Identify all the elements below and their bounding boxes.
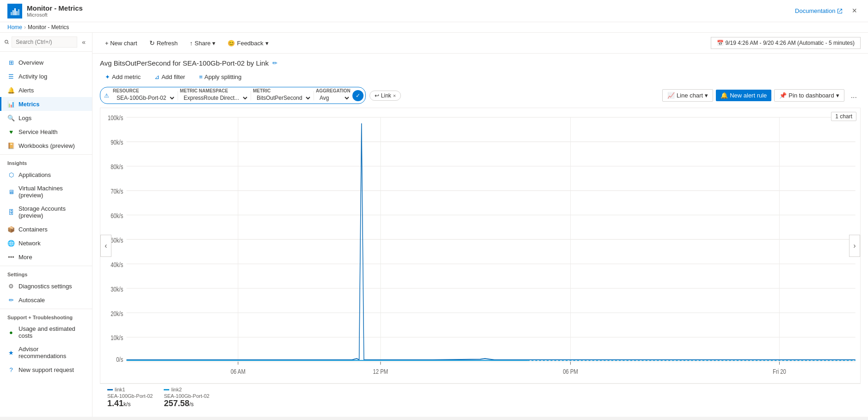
sidebar-item-diagnostics-label: Diagnostics settings bbox=[18, 283, 72, 290]
activity-log-icon: ☰ bbox=[7, 73, 15, 80]
sidebar-item-containers[interactable]: 📦 Containers bbox=[0, 222, 92, 236]
sidebar-item-network[interactable]: 🌐 Network bbox=[0, 236, 92, 250]
sidebar-item-autoscale[interactable]: ✏ Autoscale bbox=[0, 293, 92, 307]
chart-type-button[interactable]: 📈 Line chart ▾ bbox=[662, 89, 713, 102]
sidebar-item-service-health[interactable]: ♥ Service Health bbox=[0, 125, 92, 139]
legend-resource-link2: SEA-100Gb-Port-02 bbox=[164, 393, 209, 399]
svg-rect-3 bbox=[16, 11, 18, 15]
svg-text:90k/s: 90k/s bbox=[111, 139, 123, 146]
splitting-icon: ≡ bbox=[199, 73, 203, 80]
sidebar-item-storage-accounts[interactable]: 🗄 Storage Accounts (preview) bbox=[0, 202, 92, 222]
sidebar-divider-support bbox=[0, 309, 92, 309]
top-bar-left: Monitor - Metrics Microsoft bbox=[7, 4, 83, 18]
diagnostics-icon: ⚙ bbox=[7, 282, 15, 290]
sidebar-item-service-health-label: Service Health bbox=[18, 128, 58, 135]
namespace-select[interactable]: ExpressRoute Direct... bbox=[180, 93, 249, 103]
apply-splitting-button[interactable]: ≡ Apply splitting bbox=[194, 71, 246, 83]
svg-point-5 bbox=[5, 40, 8, 43]
feedback-chevron-icon: ▾ bbox=[265, 40, 269, 47]
alert-icon: 🔔 bbox=[720, 92, 728, 99]
svg-text:Fri 20: Fri 20 bbox=[773, 368, 786, 376]
add-filter-button[interactable]: ⊿ Add filter bbox=[149, 71, 190, 83]
documentation-link[interactable]: Documentation bbox=[795, 7, 843, 14]
sidebar: « ⊞ Overview ☰ Activity log 🔔 Alerts 📊 M… bbox=[0, 33, 92, 417]
sidebar-item-overview-label: Overview bbox=[18, 59, 43, 66]
breadcrumb-home[interactable]: Home bbox=[7, 24, 22, 30]
search-icon bbox=[5, 39, 9, 45]
main-content: + New chart ↻ Refresh ↑ Share ▾ 😊 Feedba… bbox=[92, 33, 868, 417]
svg-rect-1 bbox=[12, 10, 14, 15]
sidebar-divider-settings bbox=[0, 266, 92, 266]
svg-text:20k/s: 20k/s bbox=[111, 310, 123, 317]
add-metric-button[interactable]: ✦ Add metric bbox=[100, 71, 146, 83]
breadcrumb-separator: › bbox=[24, 24, 26, 30]
metric-select[interactable]: BitsOutPerSecond bbox=[253, 93, 312, 103]
more-options-button[interactable]: ... bbox=[847, 90, 861, 102]
svg-text:70k/s: 70k/s bbox=[111, 188, 123, 195]
close-button[interactable]: × bbox=[848, 4, 861, 18]
sidebar-item-workbooks[interactable]: 📔 Workbooks (preview) bbox=[0, 139, 92, 152]
workbooks-icon: 📔 bbox=[7, 142, 15, 149]
metric-divider-1 bbox=[178, 91, 178, 100]
metric-label: METRIC bbox=[253, 88, 312, 93]
legend-label-link2-name: link2 bbox=[171, 387, 182, 392]
support-request-icon: ? bbox=[7, 366, 15, 373]
sidebar-item-activity-log[interactable]: ☰ Activity log bbox=[0, 69, 92, 83]
monitor-icon bbox=[10, 6, 19, 16]
svg-text:100k/s: 100k/s bbox=[108, 114, 123, 122]
external-link-icon bbox=[837, 8, 843, 14]
sidebar-collapse-button[interactable]: « bbox=[80, 37, 87, 48]
new-chart-button[interactable]: + New chart bbox=[100, 37, 142, 49]
add-filter-icon: ⊿ bbox=[154, 73, 160, 80]
metric-controls: ✦ Add metric ⊿ Add filter ≡ Apply splitt… bbox=[100, 71, 861, 83]
sidebar-item-more-label: More bbox=[18, 254, 32, 261]
share-chevron-icon: ▾ bbox=[212, 40, 215, 47]
metric-confirm-button[interactable]: ✓ bbox=[352, 90, 363, 101]
sidebar-item-advisor-label: Advisor recommendations bbox=[18, 346, 85, 359]
sidebar-item-diagnostics[interactable]: ⚙ Diagnostics settings bbox=[0, 279, 92, 293]
sidebar-item-alerts[interactable]: 🔔 Alerts bbox=[0, 83, 92, 97]
share-button[interactable]: ↑ Share ▾ bbox=[185, 37, 221, 49]
sidebar-item-support-request[interactable]: ? New support request bbox=[0, 363, 92, 377]
sidebar-item-logs[interactable]: 🔍 Logs bbox=[0, 111, 92, 125]
aggregation-label: AGGREGATION bbox=[316, 88, 351, 93]
refresh-icon: ↻ bbox=[149, 39, 155, 47]
namespace-label: METRIC NAMESPACE bbox=[180, 88, 249, 93]
chart-title-edit-button[interactable]: ✏ bbox=[272, 60, 277, 67]
metric-divider-3 bbox=[314, 91, 314, 100]
feedback-button[interactable]: 😊 Feedback ▾ bbox=[222, 37, 273, 49]
sidebar-item-metrics[interactable]: 📊 Metrics bbox=[0, 97, 92, 111]
sidebar-item-more[interactable]: ••• More bbox=[0, 250, 92, 264]
app-icon bbox=[7, 4, 22, 18]
chart-prev-button[interactable]: ‹ bbox=[100, 235, 111, 257]
svg-text:50k/s: 50k/s bbox=[111, 236, 123, 244]
link-tag[interactable]: ↩ Link × bbox=[369, 91, 401, 101]
pin-dashboard-button[interactable]: 📌 Pin to dashboard ▾ bbox=[774, 89, 844, 102]
link-tag-close-button[interactable]: × bbox=[393, 93, 396, 98]
add-metric-icon: ✦ bbox=[105, 73, 110, 80]
aggregation-select[interactable]: Avg bbox=[316, 93, 351, 103]
svg-text:12 PM: 12 PM bbox=[373, 368, 388, 376]
legend-item-link1: link1 SEA-100Gb-Port-02 1.41k/s bbox=[107, 387, 153, 408]
logs-icon: 🔍 bbox=[7, 114, 15, 122]
svg-rect-0 bbox=[11, 12, 12, 15]
share-icon: ↑ bbox=[190, 40, 193, 47]
search-input[interactable] bbox=[12, 37, 77, 48]
sidebar-item-overview[interactable]: ⊞ Overview bbox=[0, 55, 92, 69]
time-range-picker[interactable]: 📅 9/19 4:26 AM - 9/20 4:26 AM (Automatic… bbox=[711, 37, 861, 49]
usage-costs-icon: ● bbox=[7, 329, 15, 336]
sidebar-item-usage-costs[interactable]: ● Usage and estimated costs bbox=[0, 322, 92, 342]
refresh-button[interactable]: ↻ Refresh bbox=[144, 37, 183, 49]
sidebar-item-activity-log-label: Activity log bbox=[18, 73, 47, 80]
new-alert-rule-button[interactable]: 🔔 New alert rule bbox=[716, 90, 771, 101]
virtual-machines-icon: 🖥 bbox=[7, 188, 15, 195]
chart-next-button[interactable]: › bbox=[849, 235, 860, 257]
alerts-icon: 🔔 bbox=[7, 86, 15, 94]
sidebar-item-virtual-machines[interactable]: 🖥 Virtual Machines (preview) bbox=[0, 182, 92, 202]
resource-select[interactable]: SEA-100Gb-Port-02 bbox=[113, 93, 176, 103]
sidebar-item-advisor[interactable]: ★ Advisor recommendations bbox=[0, 342, 92, 363]
chart-container: 1 chart ‹ › 100k/s 90k/s 80k/s 70k/s 60k… bbox=[100, 108, 861, 383]
legend-resource-link1: SEA-100Gb-Port-02 bbox=[107, 393, 153, 399]
sidebar-item-applications[interactable]: ⬡ Applications bbox=[0, 168, 92, 182]
service-health-icon: ♥ bbox=[7, 128, 15, 135]
